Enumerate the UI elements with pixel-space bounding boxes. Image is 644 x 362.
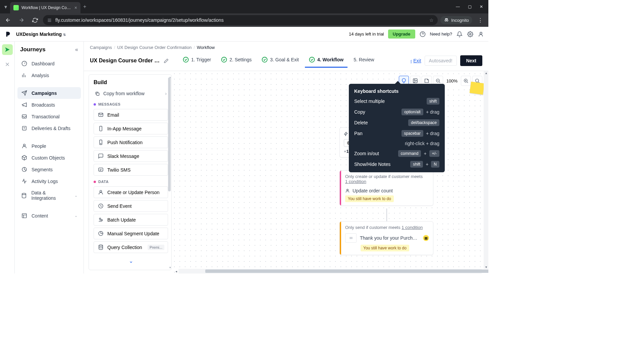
sticky-note[interactable] bbox=[470, 81, 484, 95]
block-sms[interactable]: Twilio SMS bbox=[94, 164, 168, 176]
expand-build-icon[interactable]: ⌄ bbox=[94, 255, 168, 267]
sidebar-item-analysis[interactable]: Analysis bbox=[17, 69, 81, 81]
chevron-right-icon: › bbox=[165, 91, 167, 96]
condition-link[interactable]: 1 condition bbox=[401, 225, 423, 230]
app-logo-icon[interactable] bbox=[4, 30, 12, 38]
upgrade-button[interactable]: Upgrade bbox=[388, 29, 415, 39]
browser-menu-icon[interactable]: ⋮ bbox=[475, 15, 486, 25]
block-segment[interactable]: Manual Segment Update bbox=[94, 228, 168, 239]
sidebar-item-content[interactable]: Content⌄ bbox=[17, 210, 81, 222]
forward-button[interactable] bbox=[16, 15, 27, 25]
trial-text: 14 days left in trial bbox=[349, 32, 384, 37]
bell-icon[interactable] bbox=[456, 31, 463, 38]
phone-icon bbox=[97, 126, 104, 131]
step-trigger[interactable]: 1. Trigger bbox=[179, 54, 215, 67]
svg-rect-11 bbox=[22, 214, 26, 218]
sidebar-item-dashboard[interactable]: Dashboard bbox=[17, 58, 81, 69]
wizard-steps: 1. Trigger 2. Settings 3. Goal & Exit 4.… bbox=[179, 54, 378, 67]
collapse-sidebar-icon[interactable]: « bbox=[75, 47, 78, 53]
sidebar-item-deliveries[interactable]: Deliveries & Drafts bbox=[17, 122, 81, 134]
pulse-icon bbox=[21, 178, 28, 184]
browser-tab[interactable]: Workflow | UX Design Course C × bbox=[10, 2, 80, 13]
node-email[interactable]: Only send if customer meets 1 condition … bbox=[339, 221, 433, 255]
step-settings[interactable]: 2. Settings bbox=[217, 54, 256, 67]
tab-list-dropdown[interactable]: ▾ bbox=[1, 2, 10, 11]
sidebar-item-broadcasts[interactable]: Broadcasts bbox=[17, 99, 81, 111]
edit-title-icon[interactable] bbox=[164, 58, 169, 63]
incognito-label: Incognito bbox=[451, 18, 469, 23]
step-workflow[interactable]: 4. Workflow bbox=[305, 54, 347, 67]
crumb-workflow: Workflow bbox=[197, 45, 215, 50]
sidebar-item-segments[interactable]: Segments bbox=[17, 164, 81, 175]
incognito-badge[interactable]: Incognito bbox=[440, 16, 472, 24]
minimize-icon[interactable]: — bbox=[456, 4, 460, 9]
maximize-icon[interactable]: ▢ bbox=[468, 4, 472, 9]
sidebar-item-objects[interactable]: Custom Objects bbox=[17, 152, 81, 164]
scroll-down-icon[interactable]: ▾ bbox=[169, 266, 171, 269]
svg-point-4 bbox=[480, 32, 482, 34]
sidebar-item-activity[interactable]: Activity Logs bbox=[17, 175, 81, 187]
panel-scrollbar[interactable] bbox=[168, 77, 171, 191]
tab-title: Workflow | UX Design Course C bbox=[21, 5, 72, 10]
sidebar-item-people[interactable]: People bbox=[17, 140, 81, 152]
sidebar-item-campaigns[interactable]: Campaigns bbox=[17, 87, 81, 99]
rail-secondary-icon[interactable] bbox=[2, 59, 13, 70]
gauge-icon bbox=[21, 61, 28, 66]
block-query[interactable]: Query CollectionPremi... bbox=[94, 241, 168, 253]
block-slack[interactable]: Slack Message bbox=[94, 150, 168, 162]
canvas-h-scrollbar[interactable]: ◂▸ bbox=[174, 269, 486, 274]
reload-button[interactable] bbox=[30, 15, 40, 25]
close-tab-icon[interactable]: × bbox=[74, 5, 77, 10]
svg-rect-21 bbox=[99, 168, 103, 171]
exit-link[interactable]: ‹Exit bbox=[411, 58, 421, 63]
zoom-in-button[interactable] bbox=[461, 76, 471, 86]
svg-point-8 bbox=[23, 144, 25, 146]
condition-link[interactable]: 1 condition bbox=[345, 179, 366, 184]
event-icon bbox=[97, 203, 104, 209]
block-email[interactable]: Email bbox=[94, 109, 168, 121]
workflow-canvas[interactable]: 100% Keyboard shortcuts Select multiples… bbox=[172, 71, 488, 274]
node-update-person[interactable]: Only create or update if customer meets1… bbox=[339, 170, 433, 206]
help-icon[interactable] bbox=[419, 31, 426, 38]
chevron-down-icon: ⌄ bbox=[74, 214, 77, 218]
shortcuts-title: Keyboard shortcuts bbox=[354, 88, 439, 94]
site-settings-icon[interactable] bbox=[47, 18, 52, 23]
inbox-icon bbox=[21, 114, 28, 119]
workspace-switcher[interactable]: UXDesign Marketing⇅ bbox=[16, 32, 66, 37]
person-icon bbox=[21, 143, 28, 149]
todo-badge: You still have work to do bbox=[345, 195, 394, 202]
block-send-event[interactable]: Send Event bbox=[94, 200, 168, 212]
rail-journeys-icon[interactable] bbox=[2, 44, 13, 55]
bolt-icon bbox=[344, 132, 348, 136]
layout-icon bbox=[21, 213, 28, 219]
check-icon bbox=[309, 57, 315, 63]
crumb-campaigns[interactable]: Campaigns bbox=[90, 45, 112, 50]
close-window-icon[interactable]: ✕ bbox=[480, 4, 483, 9]
block-batch[interactable]: Batch Update bbox=[94, 214, 168, 226]
email-thumbnail: ✉ bbox=[345, 233, 357, 243]
segment-icon bbox=[97, 231, 104, 236]
browser-tab-strip: ▾ Workflow | UX Design Course C × + — ▢ … bbox=[0, 0, 488, 13]
help-link[interactable]: Need help? bbox=[430, 32, 452, 37]
step-goal[interactable]: 3. Goal & Exit bbox=[258, 54, 303, 67]
block-push[interactable]: Push Notification bbox=[94, 136, 168, 148]
sidebar-item-transactional[interactable]: Transactional bbox=[17, 111, 81, 122]
page-header: UX Design Course Order Confir... 1. Trig… bbox=[84, 52, 488, 71]
block-create-person[interactable]: Create or Update Person bbox=[94, 186, 168, 198]
bookmark-icon[interactable]: ☆ bbox=[429, 17, 434, 23]
back-button[interactable] bbox=[3, 15, 13, 25]
profile-icon[interactable] bbox=[478, 31, 484, 38]
step-review[interactable]: 5. Review bbox=[350, 54, 378, 67]
crumb-campaign-name[interactable]: UX Design Course Order Confirmation bbox=[117, 45, 192, 50]
chevron-down-icon: ⌄ bbox=[74, 193, 77, 198]
canvas-v-scrollbar[interactable]: ▴▾ bbox=[484, 71, 488, 269]
next-button[interactable]: Next bbox=[460, 55, 482, 66]
svg-rect-16 bbox=[97, 93, 99, 96]
gear-icon[interactable] bbox=[467, 31, 474, 38]
address-bar[interactable]: fly.customer.io/workspaces/160831/journe… bbox=[43, 15, 438, 25]
block-inapp[interactable]: In-App Message bbox=[94, 123, 168, 134]
mail-icon bbox=[97, 112, 104, 118]
new-tab-button[interactable]: + bbox=[83, 4, 86, 10]
copy-from-workflow[interactable]: Copy from workflow › bbox=[94, 89, 168, 100]
sidebar-item-data[interactable]: Data & Integrations⌄ bbox=[17, 187, 81, 204]
